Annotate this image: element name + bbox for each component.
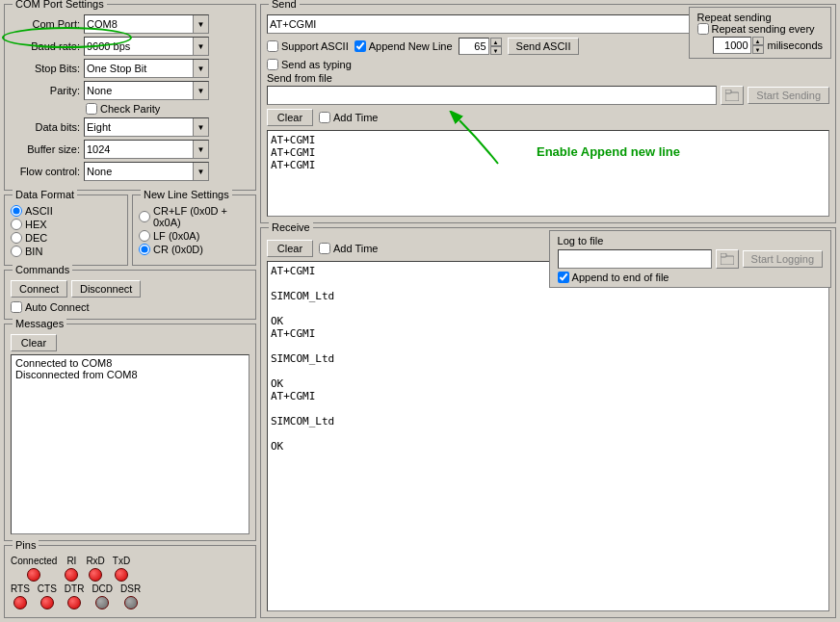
receive-line — [271, 302, 826, 315]
pin-ri-led — [65, 568, 78, 582]
ascii-up[interactable]: ▲ — [490, 38, 502, 46]
receive-line: SIMCOM_Ltd — [271, 415, 826, 428]
repeat-sending-input[interactable] — [697, 23, 709, 35]
repeat-ms-down[interactable]: ▼ — [752, 45, 764, 54]
ascii-value-spinner[interactable]: 65 ▲ ▼ — [459, 38, 502, 55]
log-browse-button[interactable] — [716, 249, 739, 269]
append-to-end-input[interactable] — [558, 272, 569, 283]
support-ascii-input[interactable] — [267, 40, 278, 52]
pin-connected-led — [27, 568, 40, 582]
com-port-select[interactable]: COM8 ▼ — [84, 14, 209, 34]
repeat-ms-spinner[interactable]: 1000 ▲ ▼ — [713, 37, 764, 54]
hex-radio[interactable]: HEX — [11, 219, 121, 230]
auto-connect-label: Auto Connect — [25, 301, 90, 313]
receive-line — [271, 402, 826, 415]
send-add-time-input[interactable] — [319, 112, 330, 123]
lf-radio[interactable]: LF (0x0A) — [139, 230, 249, 242]
receive-add-time-input[interactable] — [319, 243, 330, 254]
commands-box: Commands Connect Disconnect Auto Connect — [4, 270, 256, 320]
disconnect-button[interactable]: Disconnect — [71, 280, 141, 298]
buffer-size-select[interactable]: 1024 ▼ — [84, 140, 209, 159]
baud-rate-select[interactable]: 9600 bps ▼ — [84, 37, 209, 56]
send-as-typing-label: Send as typing — [281, 59, 352, 70]
data-bits-dropdown[interactable]: Eight — [84, 117, 209, 137]
messages-line-2: Disconnected from COM8 — [15, 369, 245, 380]
pin-cts: CTS — [38, 583, 57, 609]
messages-clear-button[interactable]: Clear — [11, 334, 57, 351]
svg-rect-4 — [721, 253, 726, 257]
send-line: AT+CGMI — [271, 159, 826, 171]
baud-rate-dropdown[interactable]: 9600 bps — [84, 37, 209, 56]
send-add-time-label: Add Time — [333, 112, 378, 123]
parity-select[interactable]: None ▼ — [84, 81, 209, 100]
repeat-sending-title: Repeat sending — [697, 12, 823, 23]
stop-bits-select[interactable]: One Stop Bit ▼ — [84, 59, 209, 78]
ascii-down[interactable]: ▼ — [490, 46, 502, 55]
receive-clear-button[interactable]: Clear — [267, 240, 313, 257]
receive-panel: Receive Log to file Start Logging — [260, 227, 836, 618]
repeat-ms-label: miliseconds — [768, 39, 823, 51]
send-clear-button[interactable]: Clear — [267, 109, 313, 126]
support-ascii-checkbox[interactable]: Support ASCII — [267, 40, 349, 52]
com-port-settings-title: COM Port Settings — [13, 0, 107, 10]
send-area: AT+CGMI AT+CGMI AT+CGMI — [267, 130, 829, 217]
append-to-end-label: Append to end of file — [572, 272, 669, 283]
send-as-typing-checkbox[interactable]: Send as typing — [267, 59, 352, 70]
receive-line: OK — [271, 440, 826, 453]
receive-line: SIMCOM_Ltd — [271, 352, 826, 365]
start-sending-button[interactable]: Start Sending — [748, 87, 829, 104]
ascii-radio[interactable]: ASCII — [11, 205, 121, 217]
send-panel: Send Repeat sending Repeat sending every… — [260, 4, 836, 223]
receive-add-time-checkbox[interactable]: Add Time — [319, 243, 378, 254]
append-to-end-checkbox[interactable]: Append to end of file — [558, 272, 669, 283]
send-add-time-checkbox[interactable]: Add Time — [319, 112, 378, 123]
flow-control-select[interactable]: None ▼ — [84, 162, 209, 181]
send-as-typing-input[interactable] — [267, 59, 278, 70]
pin-txd: TxD — [113, 556, 130, 582]
repeat-sending-label: Repeat sending every — [712, 23, 815, 35]
data-bits-select[interactable]: Eight ▼ — [84, 117, 209, 137]
cr-radio[interactable]: CR (0x0D) — [139, 244, 249, 255]
repeat-ms-up[interactable]: ▲ — [752, 37, 764, 45]
parity-dropdown[interactable]: None — [84, 81, 209, 100]
flow-control-label: Flow control: — [11, 166, 80, 177]
auto-connect-checkbox[interactable]: Auto Connect — [11, 301, 249, 313]
send-ascii-button[interactable]: Send ASCII — [508, 38, 580, 55]
receive-line: OK — [271, 315, 826, 327]
dec-radio[interactable]: DEC — [11, 232, 121, 244]
com-port-dropdown[interactable]: COM8 — [84, 14, 209, 34]
log-browse-icon — [721, 253, 734, 265]
start-logging-button[interactable]: Start Logging — [743, 250, 823, 268]
stop-bits-dropdown[interactable]: One Stop Bit — [84, 59, 209, 78]
send-title: Send — [269, 0, 300, 10]
receive-line: SIMCOM_Ltd — [271, 290, 826, 302]
repeat-sending-checkbox[interactable]: Repeat sending every — [697, 23, 815, 35]
buffer-size-label: Buffer size: — [11, 143, 80, 155]
flow-control-dropdown[interactable]: None — [84, 162, 209, 181]
append-new-line-input[interactable] — [354, 40, 366, 52]
bin-radio[interactable]: BIN — [11, 246, 121, 257]
pin-rts: RTS — [11, 583, 30, 609]
check-parity-checkbox[interactable]: Check Parity — [86, 103, 160, 115]
receive-title: Receive — [269, 221, 313, 233]
new-line-settings-box: New Line Settings CR+LF (0x0D + 0x0A) LF… — [132, 194, 256, 266]
connect-button[interactable]: Connect — [11, 280, 67, 298]
auto-connect-input[interactable] — [11, 301, 22, 313]
buffer-size-dropdown[interactable]: 1024 — [84, 140, 209, 159]
pin-dsr-led — [124, 596, 138, 609]
check-parity-input[interactable] — [86, 103, 97, 115]
send-browse-button[interactable] — [721, 86, 744, 105]
receive-line: AT+CGMI — [271, 390, 826, 402]
pins-box: Pins Connected RI RxD TxD — [4, 545, 256, 618]
send-file-input[interactable] — [267, 86, 717, 105]
crlf-radio[interactable]: CR+LF (0x0D + 0x0A) — [139, 205, 249, 228]
messages-content: Connected to COM8 Disconnected from COM8 — [11, 354, 249, 534]
log-file-input[interactable] — [558, 249, 712, 269]
log-to-file-box: Log to file Start Logging — [549, 230, 831, 288]
ascii-value-input[interactable]: 65 — [459, 38, 489, 55]
pin-ri: RI — [65, 556, 78, 582]
append-new-line-checkbox[interactable]: Append New Line — [354, 40, 453, 52]
repeat-ms-input[interactable]: 1000 — [713, 37, 751, 54]
new-line-settings-title: New Line Settings — [141, 189, 232, 200]
check-parity-label: Check Parity — [100, 103, 160, 115]
